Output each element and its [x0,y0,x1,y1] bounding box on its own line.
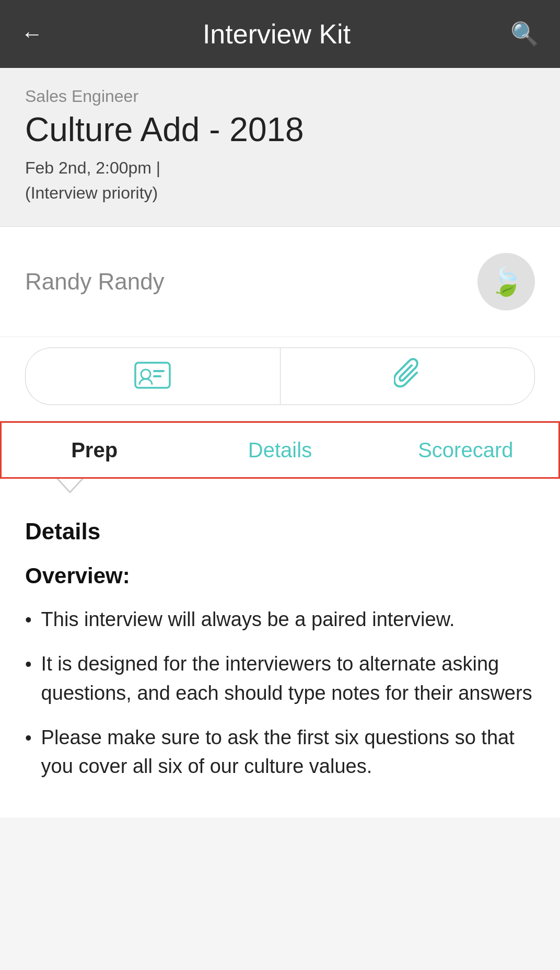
back-button[interactable]: ← [21,21,43,47]
paperclip-icon [394,358,421,395]
tab-prep[interactable]: Prep [2,423,187,477]
overview-heading: Overview: [25,563,535,588]
avatar: 🍃 [477,253,535,310]
attachment-button[interactable] [280,348,535,405]
app-header: ← Interview Kit 🔍 [0,0,560,68]
details-content: Details Overview: This interview will al… [0,493,560,817]
interview-datetime: Feb 2nd, 2:00pm | (Interview priority) [25,155,535,205]
tab-details[interactable]: Details [187,423,372,477]
action-buttons-row [0,337,560,421]
search-icon[interactable]: 🔍 [510,20,539,48]
profile-button[interactable] [25,348,280,405]
tab-scorecard[interactable]: Scorecard [373,423,558,477]
candidate-name: Randy Randy [25,269,165,295]
profile-icon [134,362,171,391]
list-item: It is designed for the interviewers to a… [25,650,535,707]
interview-info: Sales Engineer Culture Add - 2018 Feb 2n… [0,68,560,227]
list-item: Please make sure to ask the first six qu… [25,723,535,781]
candidate-section: Randy Randy 🍃 [0,227,560,337]
list-item: This interview will always be a paired i… [25,605,535,634]
svg-rect-3 [153,375,161,377]
svg-rect-2 [153,370,165,372]
header-title: Interview Kit [203,18,351,50]
tab-indicator [0,479,560,493]
interview-name: Culture Add - 2018 [25,111,535,148]
bullet-list: This interview will always be a paired i… [25,605,535,780]
job-role: Sales Engineer [25,87,535,106]
details-heading: Details [25,518,535,545]
tabs-bar: Prep Details Scorecard [0,421,560,479]
svg-point-1 [141,369,150,379]
leaf-icon: 🍃 [489,266,523,298]
